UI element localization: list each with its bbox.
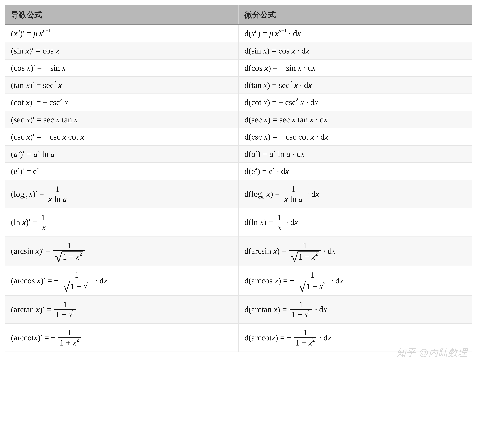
formula-table: 导数公式 微分公式 (xμ)′ = μ xμ−1d(xμ) = μ xμ−1 ·… [5,5,472,352]
table-row: (cos x)′ = − sin xd(cos x) = − sin x · d… [5,59,472,76]
table-row: (arctan x)′ = 11 + x2d(arctan x) = 11 + … [5,296,472,324]
derivative-cell: (arcsin x)′ = 1√1 − x2 [5,236,238,266]
differential-cell: d(arcsin x) = 1√1 − x2 · dx [238,236,472,266]
differential-cell: d(sin x) = cos x · dx [238,42,472,59]
derivative-cell: (arccos x)′ = − 1√1 − x2 · dx [5,266,238,296]
differential-cell: d(arctan x) = 11 + x2 · dx [238,296,472,324]
table-row: (sec x)′ = sec x tan xd(sec x) = sec x t… [5,111,472,128]
derivative-cell: (xμ)′ = μ xμ−1 [5,25,238,42]
watermark: 知乎 @丙陆数理 [397,346,467,359]
table-row: (tan x)′ = sec2 xd(tan x) = sec2 x · dx [5,76,472,94]
differential-cell: d(tan x) = sec2 x · dx [238,76,472,94]
differential-cell: d(ex) = ex · dx [238,163,472,180]
differential-cell: d(ln x) = 1x · dx [238,208,472,236]
derivative-cell: (sec x)′ = sec x tan x [5,111,238,128]
differential-cell: d(xμ) = μ xμ−1 · dx [238,25,472,42]
derivative-cell: (arctan x)′ = 11 + x2 [5,296,238,324]
derivative-cell: (ex)′ = ex [5,163,238,180]
table-header-row: 导数公式 微分公式 [5,5,472,25]
differential-cell: d(csc x) = − csc cot x · dx [238,128,472,145]
derivative-cell: (csc x)′ = − csc x cot x [5,128,238,145]
table-row: (csc x)′ = − csc x cot xd(csc x) = − csc… [5,128,472,145]
derivative-cell: (ln x)′ = 1x [5,208,238,236]
table-row: (xμ)′ = μ xμ−1d(xμ) = μ xμ−1 · dx [5,25,472,42]
derivative-cell: (tan x)′ = sec2 x [5,76,238,94]
differential-cell: d(ax) = ax ln a · dx [238,145,472,163]
table-row: (ex)′ = exd(ex) = ex · dx [5,163,472,180]
differential-cell: d(sec x) = sec x tan x · dx [238,111,472,128]
derivative-cell: (ax)′ = ax ln a [5,145,238,163]
differential-cell: d(loga x) = 1x ln a · dx [238,180,472,208]
derivative-cell: (cos x)′ = − sin x [5,59,238,76]
header-differential: 微分公式 [238,5,472,25]
table-row: (sin x)′ = cos xd(sin x) = cos x · dx [5,42,472,59]
differential-cell: d(cot x) = − csc2 x · dx [238,94,472,111]
page: 导数公式 微分公式 (xμ)′ = μ xμ−1d(xμ) = μ xμ−1 ·… [0,0,477,364]
table-row: (cot x)′ = − csc2 xd(cot x) = − csc2 x ·… [5,94,472,111]
table-body: (xμ)′ = μ xμ−1d(xμ) = μ xμ−1 · dx(sin x)… [5,25,472,352]
table-row: (arccos x)′ = − 1√1 − x2 · dxd(arccos x)… [5,266,472,296]
differential-cell: d(cos x) = − sin x · dx [238,59,472,76]
header-derivative: 导数公式 [5,5,238,25]
derivative-cell: (loga x)′ = 1x ln a [5,180,238,208]
table-row: (ax)′ = ax ln ad(ax) = ax ln a · dx [5,145,472,163]
table-row: (ln x)′ = 1xd(ln x) = 1x · dx [5,208,472,236]
table-row: (loga x)′ = 1x ln ad(loga x) = 1x ln a ·… [5,180,472,208]
derivative-cell: (sin x)′ = cos x [5,42,238,59]
differential-cell: d(arccos x) = − 1√1 − x2 · dx [238,266,472,296]
derivative-cell: (cot x)′ = − csc2 x [5,94,238,111]
derivative-cell: (arccotx)′ = − 11 + x2 [5,324,238,352]
table-row: (arcsin x)′ = 1√1 − x2d(arcsin x) = 1√1 … [5,236,472,266]
